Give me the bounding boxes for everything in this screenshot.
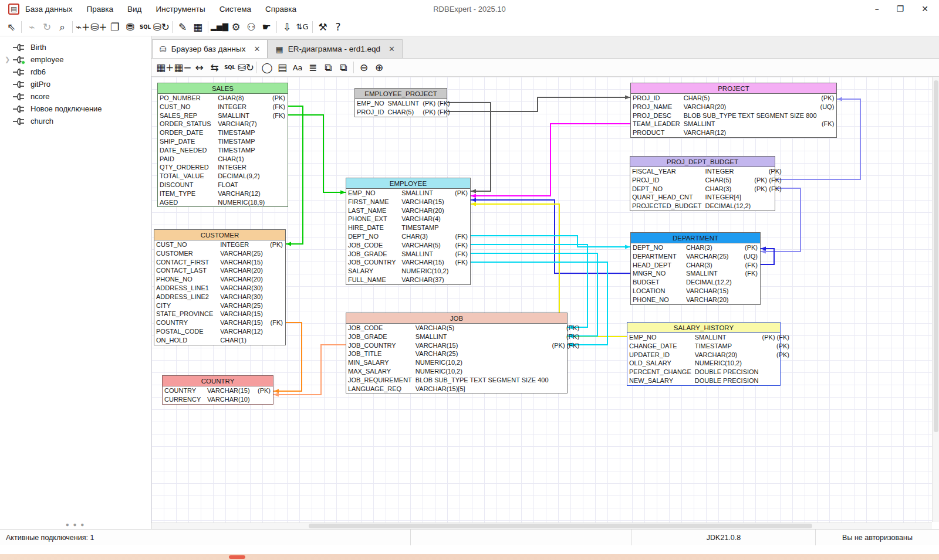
column-type: VARCHAR(15)[5] [414,385,550,393]
send-to-back-icon[interactable]: ⧉ [336,60,351,75]
column-name: CHANGE_DATE [627,342,693,351]
sidebar-connection-church[interactable]: church [0,115,151,127]
er-diagram-canvas[interactable]: SALESPO_NUMBERCHAR(8)(PK)CUST_NOINTEGER(… [151,77,939,529]
er-table-employee[interactable]: EMPLOYEEEMP_NOSMALLINT(PK)FIRST_NAMEVARC… [346,178,471,285]
maximize-button[interactable]: ❐ [897,4,904,13]
remove-table-icon[interactable]: ▦− [174,60,191,75]
vertical-scrollbar-thumb[interactable] [934,80,938,432]
status-jdk-version: JDK21.0.8 [632,530,816,545]
er-table-sales[interactable]: SALESPO_NUMBERCHAR(8)(PK)CUST_NOINTEGER(… [157,83,288,207]
privileges-icon[interactable]: ☛ [259,19,274,35]
er-table-employee_project[interactable]: EMPLOYEE_PROJECTEMP_NOSMALLINT(PK) (FK)P… [354,88,447,117]
new-database-icon[interactable]: ⛁+ [90,19,107,35]
er-table-columns: PROJ_IDCHAR(5)(PK)PROJ_NAMEVARCHAR(20)(U… [631,94,836,137]
column-name: HEAD_DEPT [631,261,684,270]
fit-width-icon[interactable]: ↔ [192,60,207,75]
sidebar-connection-gitpro[interactable]: gitPro [0,78,151,90]
users-icon[interactable]: ⚇ [244,19,259,35]
er-table-proj_dept_budget[interactable]: PROJ_DEPT_BUDGETFISCAL_YEARINTEGER(PK)PR… [630,156,775,211]
toolbar-group: ▦+▦−↔⇆SQL⛁↻ [156,60,254,75]
line-style-icon[interactable]: ≣ [305,60,320,75]
generate-sql-icon[interactable]: SQL [222,60,238,75]
close-button[interactable]: ✕ [921,4,928,13]
menu-item-2[interactable]: Правка [86,5,113,13]
tab-close-icon[interactable]: ✕ [254,45,260,53]
statistics-icon[interactable]: ▂▅▇ [211,19,228,35]
status-spacer [411,530,632,545]
search-icon[interactable]: ⌕ [55,19,70,35]
sync-database-icon[interactable]: ⛁↻ [238,60,255,75]
er-table-job[interactable]: JOBJOB_CODEVARCHAR(5)(PK)JOB_GRADESMALLI… [346,313,568,393]
plug-icon [13,117,26,125]
bring-to-front-icon[interactable]: ⧉ [320,60,336,75]
expand-chevron-icon[interactable]: ❯ [5,56,13,63]
help-icon[interactable]: ? [330,19,346,35]
sidebar-connection-employee[interactable]: ❯employee [0,53,151,66]
run-sql-icon[interactable]: SQL [138,19,153,35]
column-key [452,198,470,206]
minimize-button[interactable]: – [875,4,879,13]
menu-item-6[interactable]: Справка [265,5,296,13]
font-icon[interactable]: Aa [290,60,305,75]
menu-item-3[interactable]: Вид [127,5,141,13]
vertical-scrollbar[interactable] [932,77,939,522]
inspect-icon[interactable]: ⚙ [228,19,244,35]
er-table-columns: CUST_NOINTEGER(PK)CUSTOMERVARCHAR(25)CON… [154,240,285,345]
select-tool-icon[interactable]: ⇖ [4,19,19,35]
column-type: VARCHAR(15) [218,310,267,318]
tab-close-icon[interactable]: ✕ [389,45,395,53]
er-table-title: JOB [346,313,567,324]
zoom-in-icon[interactable]: ⊕ [371,60,387,75]
open-script-icon[interactable]: ❐ [107,19,123,35]
refresh-database-icon[interactable]: ⛁↻ [153,19,170,35]
column-type: VARCHAR(12) [216,189,269,198]
column-key [269,163,288,172]
tab-браузер[interactable]: ⛁Браузер баз данных✕ [152,39,268,58]
column-key: (FK) [739,269,760,278]
connection-label: Новое подключение [31,104,102,113]
table-view-icon[interactable]: ▤ [275,60,290,75]
column-name: MIN_SALARY [346,358,414,367]
column-key [550,385,582,393]
new-connection-icon[interactable]: ⌁+ [75,19,90,35]
menu-item-4[interactable]: Инструменты [156,5,205,13]
er-table-department[interactable]: DEPARTMENTDEPT_NOCHAR(3)(PK)DEPARTMENTVA… [630,232,761,305]
horizontal-scrollbar[interactable] [151,522,932,529]
database-stack-icon[interactable]: ⛃ [123,19,138,35]
er-table-customer[interactable]: CUSTOMERCUST_NOINTEGER(PK)CUSTOMERVARCHA… [154,229,286,345]
tools-wrench-icon[interactable]: ⚒ [315,19,330,35]
column-key [819,111,837,120]
horizontal-scrollbar-thumb[interactable] [309,524,812,528]
comment-icon[interactable]: ◯ [259,60,275,75]
sidebar-connection-ncore[interactable]: ncore [0,90,151,103]
add-table-icon[interactable]: ▦+ [156,60,174,75]
er-column-row: QUART_HEAD_CNTINTEGER[4] [630,193,784,202]
er-table-salary_history[interactable]: SALARY_HISTORYEMP_NOSMALLINT(PK) (FK)CHA… [627,322,781,386]
er-diagram-icon[interactable]: ▦ [190,19,205,35]
sidebar-connection-новое-подключение[interactable]: Новое подключение [0,103,151,115]
menu-item-1[interactable]: База данных [25,5,72,13]
relationship-arrowhead [471,198,476,202]
column-name: CONTACT_LAST [154,266,218,275]
column-name: PROJ_NAME [631,103,682,111]
menu-item-5[interactable]: Система [219,5,251,13]
column-type: CHAR(5) [704,176,753,185]
distribute-icon[interactable]: ⇆ [207,60,222,75]
database-go-icon[interactable]: ⇅G [295,19,310,35]
tab-er-диаграмма[interactable]: ▦ER-диаграмма - erd1.eqd✕ [268,39,403,58]
sidebar-connection-birth[interactable]: Birth [0,41,151,53]
er-table-project[interactable]: PROJECTPROJ_IDCHAR(5)(PK)PROJ_NAMEVARCHA… [630,83,837,138]
er-column-row: CUST_NOINTEGER(PK) [154,240,285,249]
sidebar-splitter-handle[interactable]: ● ● ● [66,521,86,528]
zoom-out-icon[interactable]: ⊖ [356,60,371,75]
diagram-toolbar: ▦+▦−↔⇆SQL⛁↻◯▤Aa≣⧉⧉⊖⊕ [151,59,939,77]
column-key [550,349,582,358]
er-table-country[interactable]: COUNTRYCOUNTRYVARCHAR(15)(PK)CURRENCYVAR… [162,375,273,405]
column-name: LAST_NAME [346,206,400,215]
edit-script-icon[interactable]: ✎ [175,19,190,35]
column-key [739,296,760,304]
er-column-row: JOB_CODEVARCHAR(5)(FK) [346,241,470,250]
export-script-icon[interactable]: ⇩ [279,19,295,35]
sidebar-connection-rdb6[interactable]: rdb6 [0,66,151,78]
column-key: (FK) [819,120,837,128]
